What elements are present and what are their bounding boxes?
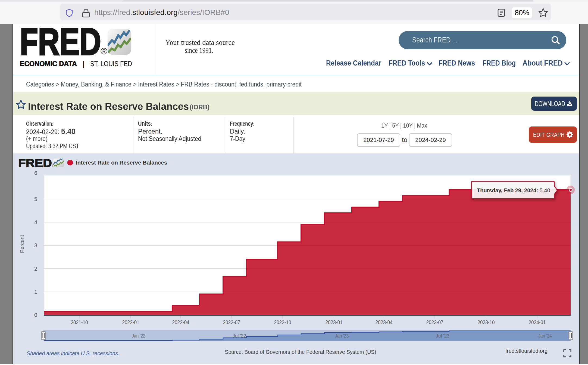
svg-text:2: 2 — [34, 266, 37, 272]
svg-text:2021-10: 2021-10 — [71, 319, 88, 325]
svg-text:Source: Board of Governors of: Source: Board of Governors of the Federa… — [225, 349, 376, 355]
svg-text:2023-07: 2023-07 — [426, 319, 443, 325]
svg-text:®: ® — [101, 46, 107, 56]
svg-text:FRED: FRED — [18, 157, 52, 169]
svg-text:2022-07: 2022-07 — [223, 319, 240, 325]
svg-text:2022-10: 2022-10 — [274, 319, 291, 325]
svg-text:2023-04: 2023-04 — [376, 319, 393, 325]
svg-text:2022-01: 2022-01 — [122, 319, 139, 325]
svg-text:Jan '23: Jan '23 — [335, 333, 349, 339]
svg-text:Jan '22: Jan '22 — [132, 333, 145, 339]
svg-text:ECONOMIC DATA: ECONOMIC DATA — [20, 60, 77, 68]
svg-text:Interest Rate on Reserve Balan: Interest Rate on Reserve Balances — [76, 159, 167, 166]
svg-text:2022-04: 2022-04 — [172, 319, 189, 325]
svg-text:fred.stlouisfed.org: fred.stlouisfed.org — [505, 348, 548, 354]
svg-text:Jan '24: Jan '24 — [538, 333, 552, 339]
svg-text:0: 0 — [34, 312, 37, 318]
svg-text:Percent: Percent — [19, 235, 25, 253]
svg-text:Jul '22: Jul '22 — [233, 333, 246, 339]
svg-text:3: 3 — [34, 242, 37, 248]
svg-text:FRED: FRED — [20, 28, 101, 63]
svg-text:|: | — [83, 60, 85, 68]
svg-text:5: 5 — [34, 196, 37, 202]
svg-text:2023-01: 2023-01 — [326, 319, 343, 325]
svg-text:Shaded areas indicate U.S. rec: Shaded areas indicate U.S. recessions. — [27, 350, 119, 356]
svg-text:2024-01: 2024-01 — [529, 319, 546, 325]
svg-text:4: 4 — [34, 219, 37, 225]
svg-text:Jul '23: Jul '23 — [436, 333, 449, 339]
svg-text:Thursday, Feb 29, 2024: 5.40: Thursday, Feb 29, 2024: 5.40 — [477, 187, 550, 193]
svg-text:2023-10: 2023-10 — [478, 319, 495, 325]
svg-text:1: 1 — [34, 289, 37, 295]
svg-text:ST. LOUIS FED: ST. LOUIS FED — [90, 60, 132, 68]
svg-text:6: 6 — [34, 170, 37, 176]
